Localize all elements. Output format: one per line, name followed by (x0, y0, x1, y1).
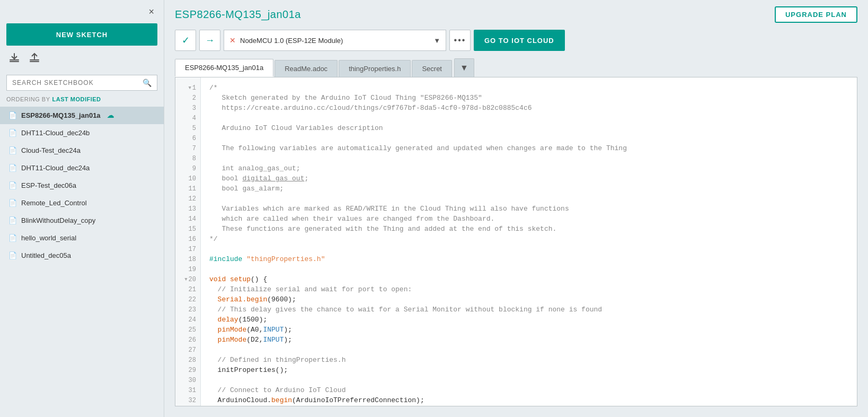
document-icon: 📄 (8, 164, 17, 172)
main-header: ESP8266-MQ135_jan01a UPGRADE PLAN (164, 0, 868, 27)
ordering-value[interactable]: LAST MODIFIED (52, 96, 101, 102)
sidebar: × NEW SKETCH 🔍 ORDERING BY LAST MODIFI (0, 0, 164, 417)
svg-rect-4 (34, 54, 35, 59)
svg-rect-2 (10, 61, 19, 62)
line-number: 12 (175, 194, 200, 204)
sketch-item-label: Untitled_dec05a (21, 251, 71, 259)
line-number: 30 (175, 375, 200, 385)
sketch-list: 📄 ESP8266-MQ135_jan01a ☁📄 DHT11-Cloud_de… (0, 105, 164, 417)
document-icon: 📄 (8, 129, 17, 137)
line-number: 21 (175, 284, 200, 294)
line-number: 18 (175, 254, 200, 264)
sidebar-header: × (0, 0, 164, 23)
line-number: ▼20 (175, 274, 200, 284)
verify-button[interactable]: ✓ (175, 30, 196, 51)
sketch-item[interactable]: 📄 hello_world_serial (0, 229, 164, 247)
sketch-title: ESP8266-MQ135_jan01a (175, 8, 301, 21)
export-icon (29, 52, 40, 64)
sketch-item[interactable]: 📄 ESP-Test_dec06a (0, 177, 164, 194)
board-selector[interactable]: ✕ NodeMCU 1.0 (ESP-12E Module) ▼ (224, 30, 446, 51)
line-number: 32 (175, 395, 200, 405)
document-icon: 📄 (8, 111, 17, 119)
line-number: 22 (175, 294, 200, 305)
line-number: 6 (175, 133, 200, 143)
ordering-bar: ORDERING BY LAST MODIFIED (0, 93, 164, 105)
tab-secret[interactable]: Secret (412, 60, 452, 77)
line-number: 33 (175, 405, 200, 406)
sketch-item-label: DHT11-Cloud_dec24b (21, 129, 90, 137)
sketch-item[interactable]: 📄 DHT11-Cloud_dec24b (0, 124, 164, 142)
line-number: 4 (175, 113, 200, 123)
line-number: 28 (175, 355, 200, 365)
new-sketch-button[interactable]: NEW SKETCH (6, 23, 157, 46)
sketch-item-label: ESP-Test_dec06a (21, 181, 76, 189)
iot-cloud-button[interactable]: GO TO IOT CLOUD (474, 30, 565, 51)
svg-rect-1 (14, 53, 15, 58)
import-button[interactable] (6, 50, 22, 68)
line-number: 17 (175, 244, 200, 254)
sketch-item[interactable]: 📄 Remote_Led_Control (0, 194, 164, 212)
line-number: 29 (175, 365, 200, 375)
search-input[interactable] (12, 79, 143, 86)
sketch-item-label: Remote_Led_Control (21, 199, 87, 207)
more-options-button[interactable]: ••• (449, 30, 471, 51)
close-button[interactable]: × (145, 5, 157, 19)
line-number: 2 (175, 93, 200, 103)
toolbar: ✓ → ✕ NodeMCU 1.0 (ESP-12E Module) ▼ •••… (164, 27, 868, 54)
ordering-label: ORDERING BY (6, 96, 50, 102)
search-bar: 🔍 (6, 75, 157, 91)
line-number: 9 (175, 163, 200, 173)
line-number: 8 (175, 153, 200, 163)
line-number: 27 (175, 345, 200, 355)
document-icon: 📄 (8, 234, 17, 242)
line-number: 3 (175, 103, 200, 113)
chevron-down-icon: ▼ (433, 37, 440, 45)
export-button[interactable] (26, 50, 42, 68)
sketch-item-label: hello_world_serial (21, 234, 76, 242)
fold-icon[interactable]: ▼ (184, 277, 187, 282)
svg-rect-5 (30, 61, 39, 62)
cloud-icon: ☁ (107, 111, 114, 119)
document-icon: 📄 (8, 216, 17, 224)
line-number: 14 (175, 214, 200, 224)
sketch-item-label: BlinkWithoutDelay_copy (21, 216, 95, 224)
document-icon: 📄 (8, 251, 17, 259)
line-number: 23 (175, 305, 200, 315)
document-icon: 📄 (8, 181, 17, 189)
svg-rect-3 (30, 59, 39, 60)
sketch-item-label: Cloud-Test_dec24a (21, 146, 81, 154)
tabs-dropdown-button[interactable]: ▼ (454, 58, 474, 77)
error-icon: ✕ (229, 36, 236, 45)
line-number: 25 (175, 325, 200, 335)
tab-thingproperties-h[interactable]: thingProperties.h (339, 60, 411, 77)
sketch-item[interactable]: 📄 ESP8266-MQ135_jan01a ☁ (0, 107, 164, 124)
document-icon: 📄 (8, 199, 17, 207)
line-number: 13 (175, 204, 200, 214)
sketch-item[interactable]: 📄 DHT11-Cloud_dec24a (0, 159, 164, 177)
sketch-item[interactable]: 📄 BlinkWithoutDelay_copy (0, 212, 164, 229)
sidebar-toolbar (0, 46, 164, 71)
line-number: 26 (175, 335, 200, 345)
fold-icon[interactable]: ▼ (188, 85, 191, 91)
line-number: 7 (175, 143, 200, 153)
tab-readme-adoc[interactable]: ReadMe.adoc (274, 60, 338, 77)
line-number: 19 (175, 264, 200, 274)
line-number: 5 (175, 123, 200, 133)
tabs-bar: ESP8266-MQ135_jan01aReadMe.adocthingProp… (164, 54, 868, 77)
line-number: 10 (175, 173, 200, 184)
line-number: ▼1 (175, 83, 200, 93)
tab-esp8266-mq135-jan01a[interactable]: ESP8266-MQ135_jan01a (175, 59, 273, 77)
line-number: 16 (175, 234, 200, 244)
document-icon: 📄 (8, 146, 17, 154)
search-icon: 🔍 (143, 79, 152, 87)
line-number: 31 (175, 385, 200, 395)
code-editor: ▼12345678910111213141516171819▼202122232… (175, 77, 857, 406)
sketch-item[interactable]: 📄 Cloud-Test_dec24a (0, 142, 164, 159)
line-number: 11 (175, 184, 200, 194)
upgrade-plan-button[interactable]: UPGRADE PLAN (775, 6, 857, 23)
sketch-item[interactable]: 📄 Untitled_dec05a (0, 247, 164, 264)
code-content[interactable]: /* Sketch generated by the Arduino IoT C… (201, 77, 857, 406)
upload-button[interactable]: → (199, 30, 220, 51)
sketch-item-label: DHT11-Cloud_dec24a (21, 164, 90, 172)
line-numbers: ▼12345678910111213141516171819▼202122232… (175, 77, 201, 406)
